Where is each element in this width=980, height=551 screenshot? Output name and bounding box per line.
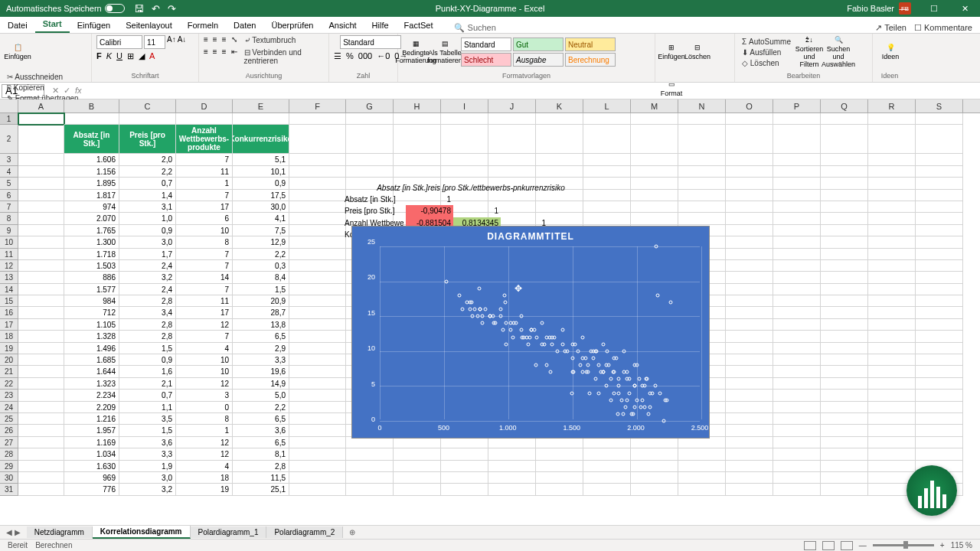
cell[interactable] <box>821 425 868 436</box>
cell[interactable] <box>18 190 64 201</box>
cell[interactable] <box>916 307 963 318</box>
zoom-in-icon[interactable]: + <box>940 541 945 549</box>
chart-point[interactable] <box>475 315 479 318</box>
cell[interactable]: 3,4 <box>119 307 176 318</box>
cell[interactable] <box>868 272 916 283</box>
cell[interactable] <box>18 284 64 295</box>
cell[interactable] <box>289 472 346 484</box>
cell[interactable]: 2.070 <box>64 213 119 224</box>
chart-point[interactable] <box>638 377 642 381</box>
chart-point[interactable] <box>498 315 502 318</box>
cell[interactable] <box>346 113 394 125</box>
cell[interactable]: 3 <box>176 390 233 401</box>
cell[interactable] <box>821 390 868 401</box>
cell[interactable] <box>726 154 773 165</box>
cell[interactable] <box>441 461 488 472</box>
chart-point[interactable] <box>545 335 549 339</box>
cell[interactable] <box>773 201 821 213</box>
chart-point[interactable] <box>501 328 505 332</box>
cell[interactable] <box>726 366 773 377</box>
chart-point[interactable] <box>612 356 616 360</box>
chart-point[interactable] <box>655 293 659 297</box>
chart-point[interactable] <box>494 321 498 325</box>
border-icon[interactable]: ⊞ <box>127 51 134 61</box>
percent-icon[interactable]: % <box>346 51 354 61</box>
maximize-icon[interactable]: ☐ <box>919 4 949 14</box>
currency-icon[interactable]: ☰ <box>334 51 341 61</box>
cell[interactable] <box>583 484 631 495</box>
chart-point[interactable] <box>580 370 584 374</box>
col-header-H[interactable]: H <box>394 99 441 112</box>
cell[interactable] <box>631 461 678 472</box>
cell[interactable] <box>916 448 963 460</box>
indent-icon[interactable]: ⇤ <box>231 47 237 66</box>
chart-point[interactable] <box>622 412 626 416</box>
cell[interactable] <box>868 378 916 390</box>
cell[interactable] <box>726 260 773 272</box>
cell[interactable] <box>289 425 346 436</box>
cell[interactable]: 7,5 <box>233 225 289 236</box>
row-header[interactable]: 19 <box>0 343 18 354</box>
cell[interactable]: 886 <box>64 272 119 283</box>
cell[interactable] <box>868 366 916 377</box>
cell[interactable] <box>346 472 394 484</box>
row-header[interactable]: 18 <box>0 331 18 342</box>
cell[interactable]: 4 <box>176 343 233 354</box>
cell[interactable] <box>726 378 773 390</box>
chart-point[interactable] <box>616 412 619 416</box>
cell[interactable]: 19,6 <box>233 366 289 377</box>
cell[interactable] <box>868 413 916 425</box>
chart-point[interactable] <box>511 335 514 339</box>
style-berechnung[interactable]: Berechnung <box>565 53 616 67</box>
tab-ansicht[interactable]: Ansicht <box>321 18 364 33</box>
chart-point[interactable] <box>631 412 635 416</box>
insert-cells-button[interactable]: ⊞Einfügen <box>660 35 683 69</box>
row-header[interactable]: 26 <box>0 425 18 436</box>
chart-point[interactable] <box>460 308 464 311</box>
cell[interactable] <box>488 484 536 495</box>
cell[interactable]: 2,8 <box>119 331 176 342</box>
cell[interactable] <box>773 178 821 189</box>
cell[interactable] <box>773 366 821 377</box>
cell[interactable] <box>726 295 773 307</box>
cell[interactable] <box>916 343 963 354</box>
style-gut[interactable]: Gut <box>513 37 564 51</box>
cell[interactable] <box>631 472 678 484</box>
chart-point[interactable] <box>587 391 591 395</box>
cell[interactable] <box>289 225 346 236</box>
chart-point[interactable] <box>602 370 606 374</box>
worksheet-grid[interactable]: ABCDEFGHIJKLMNOPQRS 12Absatz [in Stk.]Pr… <box>0 99 980 525</box>
style-ausgabe[interactable]: Ausgabe <box>513 53 564 67</box>
col-header-G[interactable]: G <box>346 99 394 112</box>
row-header[interactable]: 27 <box>0 437 18 448</box>
format-as-table-button[interactable]: ▤Als Tabelle formatieren <box>432 35 458 69</box>
chart-point[interactable] <box>560 342 564 346</box>
row-header[interactable]: 3 <box>0 154 18 165</box>
save-icon[interactable]: 🖫 <box>134 3 144 15</box>
cell[interactable]: 3,2 <box>119 484 176 495</box>
cell[interactable] <box>441 484 488 495</box>
cell[interactable] <box>773 472 821 484</box>
chart-point[interactable] <box>639 405 643 409</box>
cell[interactable] <box>18 260 64 272</box>
cell[interactable] <box>821 284 868 295</box>
chart-point[interactable] <box>550 342 554 346</box>
cell[interactable]: 11 <box>176 295 233 307</box>
chart-point[interactable] <box>550 335 554 339</box>
cell[interactable] <box>583 472 631 484</box>
cell[interactable] <box>631 448 678 460</box>
cell[interactable] <box>916 272 963 283</box>
cell[interactable] <box>868 284 916 295</box>
minimize-icon[interactable]: — <box>888 4 919 14</box>
zoom-out-icon[interactable]: — <box>859 541 867 549</box>
cell[interactable]: 1.685 <box>64 354 119 366</box>
cell[interactable] <box>821 307 868 318</box>
chart-point[interactable] <box>605 349 609 353</box>
cell[interactable] <box>394 448 441 460</box>
cell[interactable]: 1.606 <box>64 154 119 165</box>
cell[interactable] <box>916 425 963 436</box>
cell[interactable] <box>773 225 821 236</box>
share-button[interactable]: ↗ Teilen <box>875 23 906 33</box>
cell[interactable] <box>916 331 963 342</box>
cell[interactable] <box>916 390 963 401</box>
